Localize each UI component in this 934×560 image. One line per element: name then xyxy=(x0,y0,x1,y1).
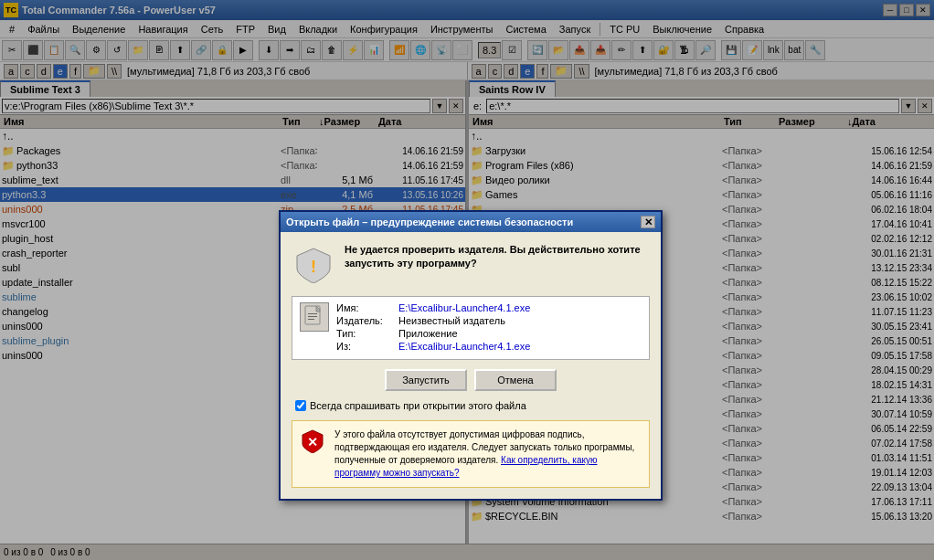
modal-close-button[interactable]: ✕ xyxy=(641,216,655,228)
cancel-button[interactable]: Отмена xyxy=(474,369,557,391)
detail-label-type: Тип: xyxy=(336,328,391,339)
security-modal: Открыть файл – предупреждение системы бе… xyxy=(279,210,663,501)
modal-detail-rows: Имя: E:\Excalibur-Launcher4.1.exe Издате… xyxy=(336,302,642,354)
modal-bottom-shield-icon: ✕ xyxy=(300,428,325,454)
shield-warning-icon: ! xyxy=(295,247,332,283)
detail-value-publisher: Неизвестный издатель xyxy=(398,315,505,326)
modal-title-bar: Открыть файл – предупреждение системы бе… xyxy=(281,212,661,232)
modal-buttons: Запустить Отмена xyxy=(292,369,650,391)
detail-label-name: Имя: xyxy=(336,302,391,313)
modal-content: ! Не удается проверить издателя. Вы дейс… xyxy=(281,232,661,499)
run-button[interactable]: Запустить xyxy=(385,369,467,391)
svg-rect-3 xyxy=(308,313,317,314)
svg-text:!: ! xyxy=(311,258,316,276)
svg-rect-5 xyxy=(308,319,314,320)
modal-checkbox-row: Всегда спрашивать при открытии этого фай… xyxy=(292,400,650,411)
detail-row-type: Тип: Приложение xyxy=(336,328,642,339)
modal-overlay: Открыть файл – предупреждение системы бе… xyxy=(0,0,934,560)
detail-value-from: E:\Excalibur-Launcher4.1.exe xyxy=(398,341,530,352)
always-ask-checkbox[interactable] xyxy=(295,400,306,411)
modal-title: Открыть файл – предупреждение системы бе… xyxy=(286,217,573,227)
modal-bottom-warning: ✕ У этого файла отсутствует допустимая ц… xyxy=(292,420,650,488)
modal-bottom-text: У этого файла отсутствует допустимая циф… xyxy=(334,428,642,480)
detail-row-name: Имя: E:\Excalibur-Launcher4.1.exe xyxy=(336,302,642,313)
detail-label-publisher: Издатель: xyxy=(336,315,391,326)
modal-warning-text: Не удается проверить издателя. Вы действ… xyxy=(345,243,650,287)
detail-value-name: E:\Excalibur-Launcher4.1.exe xyxy=(398,302,530,313)
checkbox-label: Всегда спрашивать при открытии этого фай… xyxy=(310,400,526,411)
modal-warning-section: ! Не удается проверить издателя. Вы дейс… xyxy=(292,243,650,287)
detail-row-publisher: Издатель: Неизвестный издатель xyxy=(336,315,642,326)
svg-text:✕: ✕ xyxy=(307,435,318,449)
detail-row-from: Из: E:\Excalibur-Launcher4.1.exe xyxy=(336,341,642,352)
detail-label-from: Из: xyxy=(336,341,391,352)
detail-value-type: Приложение xyxy=(398,328,458,339)
modal-details-box: Имя: E:\Excalibur-Launcher4.1.exe Издате… xyxy=(292,296,650,360)
modal-warning-icon: ! xyxy=(292,243,335,287)
modal-file-icon xyxy=(300,302,329,332)
svg-rect-4 xyxy=(308,316,317,317)
modal-warning-bold: Не удается проверить издателя. Вы действ… xyxy=(345,244,641,269)
